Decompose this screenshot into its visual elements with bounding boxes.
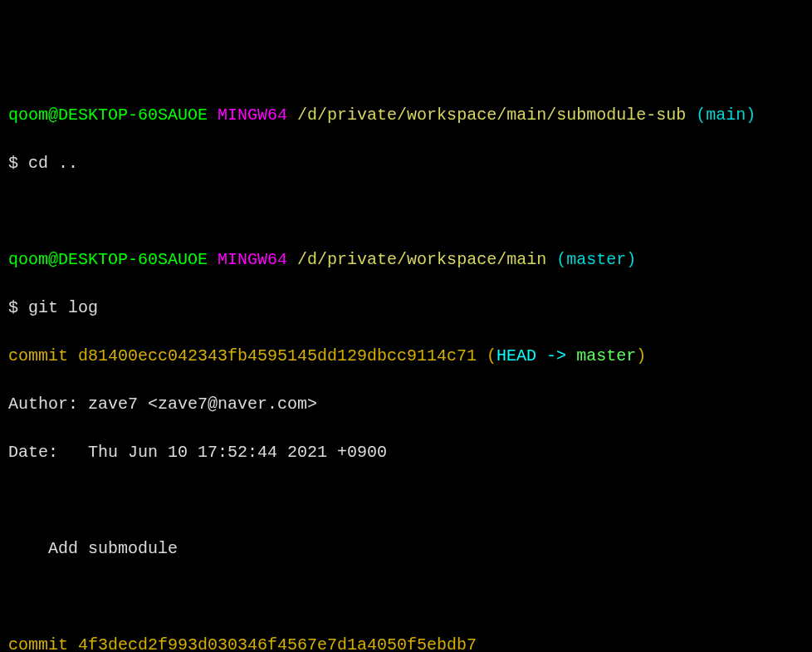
prompt-user: qoom@DESKTOP-60SAUOE bbox=[8, 250, 208, 269]
ref-close: ) bbox=[636, 346, 646, 365]
prompt-path: /d/private/workspace/main bbox=[297, 250, 546, 269]
ref-branch: master bbox=[576, 346, 636, 365]
prompt-path: /d/private/workspace/main/submodule-sub bbox=[297, 105, 686, 125]
commit-label: commit bbox=[8, 635, 78, 652]
prompt-branch-close: ) bbox=[746, 105, 756, 125]
commit-label: commit bbox=[8, 346, 78, 365]
commit-hash: 4f3decd2f993d030346f4567e7d1a4050f5ebdb7 bbox=[78, 635, 477, 652]
ref-head: HEAD -> bbox=[496, 346, 576, 365]
prompt-branch-open: ( bbox=[696, 105, 706, 125]
commit-line-2: commit 4f3decd2f993d030346f4567e7d1a4050… bbox=[8, 633, 804, 652]
prompt-line-1: qoom@DESKTOP-60SAUOE MINGW64 /d/private/… bbox=[8, 103, 804, 127]
prompt-branch-close: ) bbox=[626, 250, 636, 269]
prompt-line-2: qoom@DESKTOP-60SAUOE MINGW64 /d/private/… bbox=[8, 248, 804, 272]
prompt-branch-open: ( bbox=[556, 250, 566, 269]
commit-date: Date: Thu Jun 10 17:52:44 2021 +0900 bbox=[8, 440, 804, 464]
blank-line bbox=[8, 199, 804, 223]
commit-author: Author: zave7 <zave7@naver.com> bbox=[8, 392, 804, 416]
commit-hash: d81400ecc042343fb4595145dd129dbcc9114c71 bbox=[78, 346, 477, 365]
prompt-branch: master bbox=[566, 250, 626, 269]
blank-line bbox=[8, 585, 804, 609]
command-git-log[interactable]: $ git log bbox=[8, 296, 804, 320]
command-cd[interactable]: $ cd .. bbox=[8, 151, 804, 175]
commit-message: Add submodule bbox=[8, 537, 804, 561]
prompt-shell: MINGW64 bbox=[218, 105, 287, 125]
commit-line-1: commit d81400ecc042343fb4595145dd129dbcc… bbox=[8, 344, 804, 368]
prompt-branch: main bbox=[706, 105, 746, 125]
ref-open: ( bbox=[477, 346, 496, 365]
prompt-shell: MINGW64 bbox=[218, 250, 287, 269]
blank-line bbox=[8, 488, 804, 512]
prompt-user: qoom@DESKTOP-60SAUOE bbox=[8, 105, 208, 125]
